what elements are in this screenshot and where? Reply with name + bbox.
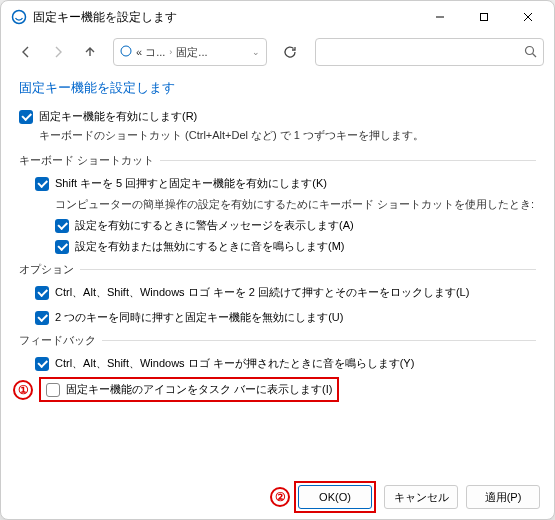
refresh-button[interactable] (275, 38, 305, 66)
svg-point-0 (13, 11, 26, 24)
callout-2-box: OK(O) (294, 481, 376, 513)
breadcrumb-icon (120, 45, 132, 59)
svg-point-6 (526, 46, 534, 54)
callout-2-badge: ② (270, 487, 290, 507)
option-checkbox-2[interactable] (35, 311, 49, 325)
apply-button[interactable]: 適用(P) (466, 485, 540, 509)
shortcut-label-3: 設定を有効または無効にするときに音を鳴らします(M) (75, 239, 345, 254)
breadcrumb-seg2[interactable]: 固定... (176, 45, 207, 60)
enable-label: 固定キー機能を有効にします(R) (39, 109, 197, 124)
group-option: オプション Ctrl、Alt、Shift、Windows ロゴ キーを 2 回続… (19, 262, 536, 325)
svg-line-7 (533, 53, 537, 57)
close-button[interactable] (506, 2, 550, 32)
divider (160, 160, 536, 161)
titlebar: 固定キー機能を設定します (1, 1, 554, 33)
feedback-checkbox-2[interactable] (46, 383, 60, 397)
address-bar[interactable]: « コ... › 固定... ⌄ (113, 38, 267, 66)
group-feedback-header: フィードバック (19, 333, 536, 348)
shortcut-row-2: 設定を有効にするときに警告メッセージを表示します(A) (55, 218, 536, 233)
content-area: 固定キー機能を設定します 固定キー機能を有効にします(R) キーボードのショート… (1, 71, 554, 475)
feedback-row-1: Ctrl、Alt、Shift、Windows ロゴ キーが押されたときに音を鳴ら… (35, 356, 536, 371)
option-checkbox-1[interactable] (35, 286, 49, 300)
settings-window: 固定キー機能を設定します « コ... › 固定... ⌄ 固定キー機能を設定し… (0, 0, 555, 520)
feedback-checkbox-1[interactable] (35, 357, 49, 371)
option-label-2: 2 つのキーを同時に押すと固定キー機能を無効にします(U) (55, 310, 343, 325)
search-icon (524, 45, 537, 60)
feedback-label-1: Ctrl、Alt、Shift、Windows ロゴ キーが押されたときに音を鳴ら… (55, 356, 414, 371)
maximize-button[interactable] (462, 2, 506, 32)
group-shortcut-title: キーボード ショートカット (19, 153, 154, 168)
enable-description: キーボードのショートカット (Ctrl+Alt+Del など) で 1 つずつキ… (39, 128, 536, 143)
cancel-button[interactable]: キャンセル (384, 485, 458, 509)
chevron-down-icon[interactable]: ⌄ (252, 47, 260, 57)
footer: ② OK(O) キャンセル 適用(P) (1, 475, 554, 519)
shortcut-checkbox-3[interactable] (55, 240, 69, 254)
window-title: 固定キー機能を設定します (33, 9, 418, 26)
option-label-1: Ctrl、Alt、Shift、Windows ロゴ キーを 2 回続けて押すとそ… (55, 285, 469, 300)
shortcut-row-3: 設定を有効または無効にするときに音を鳴らします(M) (55, 239, 536, 254)
shortcut-label-1: Shift キーを 5 回押すと固定キー機能を有効にします(K) (55, 176, 327, 191)
enable-checkbox[interactable] (19, 110, 33, 124)
search-input[interactable] (315, 38, 544, 66)
group-feedback-title: フィードバック (19, 333, 96, 348)
shortcut-checkbox-1[interactable] (35, 177, 49, 191)
divider (102, 340, 536, 341)
chevron-right-icon: › (169, 47, 172, 57)
window-controls (418, 2, 550, 32)
svg-rect-2 (481, 14, 488, 21)
callout-2-wrap: ② OK(O) (270, 481, 376, 513)
enable-row: 固定キー機能を有効にします(R) (19, 109, 536, 124)
up-button[interactable] (75, 37, 105, 67)
back-button[interactable] (11, 37, 41, 67)
app-icon (11, 9, 27, 25)
svg-point-5 (121, 46, 131, 56)
group-option-title: オプション (19, 262, 74, 277)
callout-1-box: 固定キー機能のアイコンをタスク バーに表示します(I) (39, 377, 339, 402)
option-row-1: Ctrl、Alt、Shift、Windows ロゴ キーを 2 回続けて押すとそ… (35, 285, 536, 300)
group-shortcut-header: キーボード ショートカット (19, 153, 536, 168)
feedback-label-2: 固定キー機能のアイコンをタスク バーに表示します(I) (66, 382, 332, 397)
option-row-2: 2 つのキーを同時に押すと固定キー機能を無効にします(U) (35, 310, 536, 325)
shortcut-desc-1: コンピューターの簡単操作の設定を有効にするためにキーボード ショートカットを使用… (55, 197, 536, 212)
ok-button[interactable]: OK(O) (298, 485, 372, 509)
group-option-header: オプション (19, 262, 536, 277)
forward-button[interactable] (43, 37, 73, 67)
navbar: « コ... › 固定... ⌄ (1, 33, 554, 71)
divider (80, 269, 536, 270)
shortcut-row-1: Shift キーを 5 回押すと固定キー機能を有効にします(K) (35, 176, 536, 191)
callout-1-wrap: ① 固定キー機能のアイコンをタスク バーに表示します(I) (13, 377, 536, 402)
shortcut-checkbox-2[interactable] (55, 219, 69, 233)
page-title: 固定キー機能を設定します (19, 79, 536, 97)
minimize-button[interactable] (418, 2, 462, 32)
group-feedback: フィードバック Ctrl、Alt、Shift、Windows ロゴ キーが押され… (19, 333, 536, 402)
callout-1-badge: ① (13, 380, 33, 400)
shortcut-label-2: 設定を有効にするときに警告メッセージを表示します(A) (75, 218, 354, 233)
breadcrumb-seg1[interactable]: « コ... (136, 45, 165, 60)
group-shortcut: キーボード ショートカット Shift キーを 5 回押すと固定キー機能を有効に… (19, 153, 536, 254)
